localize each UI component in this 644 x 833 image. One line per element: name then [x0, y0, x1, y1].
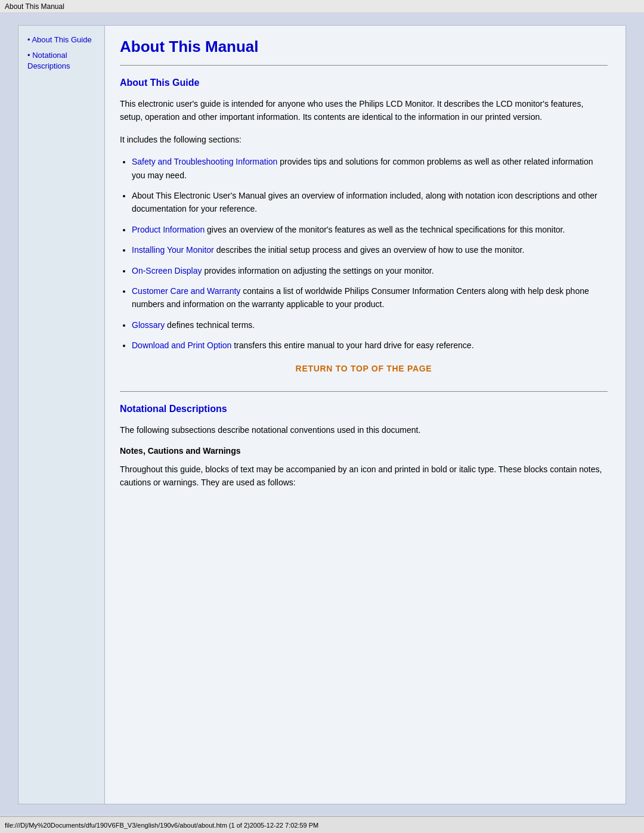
list-item-electronic-manual: About This Electronic User's Manual give… [132, 189, 608, 216]
list-item-download-text: transfers this entire manual to your har… [231, 340, 473, 350]
list-item-installing: Installing Your Monitor describes the in… [132, 243, 608, 256]
list-item-safety: Safety and Troubleshooting Information p… [132, 155, 608, 182]
list-item-glossary: Glossary defines technical terms. [132, 318, 608, 332]
status-bar: file:///D|/My%20Documents/dfu/190V6FB_V3… [0, 816, 644, 833]
list-item-electronic-text: About This Electronic User's Manual give… [132, 191, 597, 213]
list-item-osd-text: provides information on adjusting the se… [202, 266, 434, 275]
paragraph-about-1: This electronic user's guide is intended… [120, 97, 608, 124]
list-item-product-text: gives an overview of the monitor's featu… [205, 225, 565, 234]
list-item-download: Download and Print Option transfers this… [132, 339, 608, 352]
page-wrapper: About This Guide Notational Descriptions… [0, 13, 644, 816]
link-glossary[interactable]: Glossary [132, 320, 165, 330]
sidebar-link-notational[interactable]: Notational Descriptions [27, 51, 70, 70]
return-to-top-link[interactable]: RETURN TO TOP OF THE PAGE [120, 364, 608, 373]
bullet-list-sections: Safety and Troubleshooting Information p… [132, 155, 608, 352]
link-osd[interactable]: On-Screen Display [132, 266, 202, 275]
section-divider [120, 391, 608, 392]
subsection-title-notes: Notes, Cautions and Warnings [120, 446, 608, 456]
status-bar-text: file:///D|/My%20Documents/dfu/190V6FB_V3… [5, 822, 318, 829]
list-item-product-info: Product Information gives an overview of… [132, 223, 608, 236]
main-layout: About This Guide Notational Descriptions… [18, 25, 626, 804]
sidebar-link-about[interactable]: About This Guide [32, 35, 91, 44]
list-item-osd: On-Screen Display provides information o… [132, 264, 608, 277]
link-safety[interactable]: Safety and Troubleshooting Information [132, 157, 277, 166]
title-bar-text: About This Manual [5, 2, 64, 11]
link-product-info[interactable]: Product Information [132, 225, 205, 234]
list-item-installing-text: describes the initial setup process and … [214, 245, 525, 255]
paragraph-notes-cautions: Throughout this guide, blocks of text ma… [120, 463, 608, 490]
main-content: About This Manual About This Guide This … [105, 26, 626, 804]
section-title-about: About This Guide [120, 78, 608, 88]
sidebar-item-about-this-guide[interactable]: About This Guide [27, 35, 98, 45]
page-title: About This Manual [120, 38, 608, 56]
link-installing[interactable]: Installing Your Monitor [132, 245, 214, 255]
title-divider [120, 65, 608, 66]
sidebar-item-notational-descriptions[interactable]: Notational Descriptions [27, 50, 98, 72]
paragraph-notational-1: The following subsections describe notat… [120, 423, 608, 436]
section-title-notational: Notational Descriptions [120, 404, 608, 414]
link-download[interactable]: Download and Print Option [132, 340, 231, 350]
title-bar: About This Manual [0, 0, 644, 13]
section-notational: Notational Descriptions The following su… [120, 404, 608, 489]
paragraph-about-2: It includes the following sections: [120, 133, 608, 146]
section-about-this-guide: About This Guide This electronic user's … [120, 78, 608, 373]
list-item-glossary-text: defines technical terms. [165, 320, 255, 330]
list-item-customer-care: Customer Care and Warranty contains a li… [132, 284, 608, 311]
link-customer-care[interactable]: Customer Care and Warranty [132, 286, 240, 296]
sidebar: About This Guide Notational Descriptions [18, 26, 105, 804]
